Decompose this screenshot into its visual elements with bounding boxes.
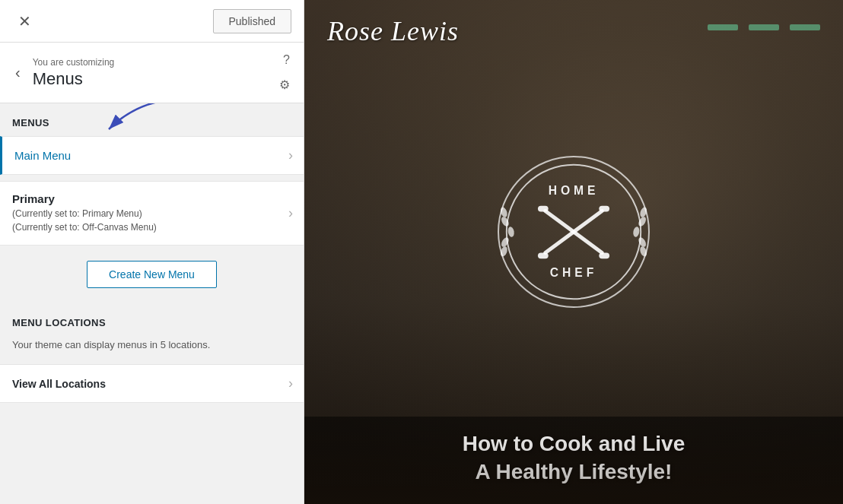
headline-text: How to Cook and LiveA Healthy Lifestyle! bbox=[327, 430, 820, 486]
svg-point-12 bbox=[507, 227, 515, 238]
primary-location-note2: (Currently set to: Off-Canvas Menu) bbox=[12, 220, 288, 234]
create-btn-wrapper: Create New Menu bbox=[0, 246, 304, 303]
preview-panel: Rose Lewis HOME CHEF bbox=[304, 0, 843, 504]
panel-content: Menus Main Menu › Primary (Currently set… bbox=[0, 103, 304, 504]
svg-text:HOME: HOME bbox=[549, 184, 600, 197]
main-menu-label: Main Menu bbox=[14, 149, 288, 162]
site-title: Rose Lewis bbox=[327, 15, 459, 47]
close-button[interactable]: ✕ bbox=[12, 11, 37, 32]
svg-rect-6 bbox=[538, 206, 549, 212]
menu-locations-description: Your theme can display menus in 5 locati… bbox=[0, 336, 304, 361]
nav-dot-3 bbox=[790, 24, 820, 30]
logo-svg: HOME CHEF bbox=[498, 157, 650, 306]
menu-locations-section: Menu Locations Your theme can display me… bbox=[0, 303, 304, 364]
primary-chevron-right-icon: › bbox=[288, 205, 293, 221]
nav-dot-1 bbox=[708, 24, 738, 30]
logo-circle: HOME CHEF bbox=[498, 156, 650, 308]
menus-section-heading: Menus bbox=[0, 103, 304, 136]
svg-rect-7 bbox=[599, 206, 609, 212]
customizing-text-block: You are customizing Menus bbox=[33, 57, 278, 89]
primary-location-name: Primary bbox=[12, 192, 288, 205]
menus-title: Menus bbox=[33, 69, 278, 89]
view-all-chevron-right-icon: › bbox=[288, 376, 293, 391]
primary-location-note1: (Currently set to: Primary Menu) bbox=[12, 207, 288, 220]
back-button[interactable]: ‹ bbox=[12, 61, 24, 84]
svg-rect-8 bbox=[538, 253, 549, 259]
view-all-locations-item[interactable]: View All Locations › bbox=[0, 364, 304, 403]
svg-text:CHEF: CHEF bbox=[550, 266, 597, 279]
menu-locations-heading: Menu Locations bbox=[0, 303, 304, 336]
published-button[interactable]: Published bbox=[213, 9, 292, 33]
svg-point-15 bbox=[639, 207, 648, 219]
left-panel: ✕ Published ‹ You are customizing Menus … bbox=[0, 0, 304, 504]
nav-placeholder bbox=[708, 24, 820, 30]
primary-location-item[interactable]: Primary (Currently set to: Primary Menu)… bbox=[0, 181, 304, 246]
create-new-menu-button[interactable]: Create New Menu bbox=[87, 261, 217, 288]
svg-point-10 bbox=[499, 207, 508, 219]
top-bar: ✕ Published bbox=[0, 0, 304, 43]
svg-point-14 bbox=[499, 246, 508, 258]
chevron-right-icon: › bbox=[288, 147, 293, 163]
svg-rect-9 bbox=[599, 253, 609, 259]
preview-background: Rose Lewis HOME CHEF bbox=[304, 0, 843, 504]
help-icon-button[interactable]: ? bbox=[282, 52, 291, 68]
center-logo: HOME CHEF bbox=[304, 47, 843, 417]
location-text-block: Primary (Currently set to: Primary Menu)… bbox=[12, 192, 288, 234]
bottom-headline: How to Cook and LiveA Healthy Lifestyle! bbox=[304, 417, 843, 504]
customizing-header: ‹ You are customizing Menus ? ⚙ bbox=[0, 43, 304, 103]
svg-point-17 bbox=[632, 227, 640, 238]
settings-icon-button[interactable]: ⚙ bbox=[278, 76, 291, 94]
main-menu-item[interactable]: Main Menu › bbox=[0, 136, 304, 175]
view-all-locations-label: View All Locations bbox=[12, 378, 288, 390]
nav-dot-2 bbox=[749, 24, 779, 30]
you-are-customizing-label: You are customizing bbox=[33, 57, 278, 68]
svg-point-19 bbox=[639, 246, 648, 258]
header-icons: ? ⚙ bbox=[278, 52, 291, 94]
